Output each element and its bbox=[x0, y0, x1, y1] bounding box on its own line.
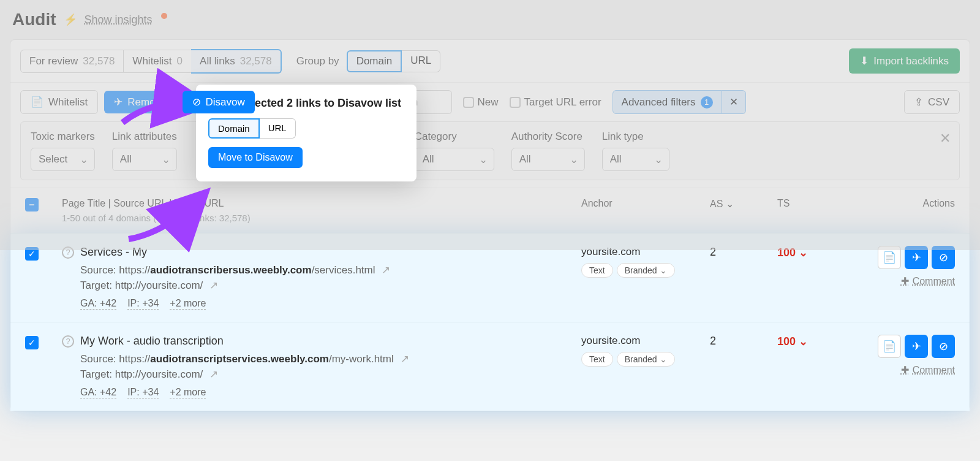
disavow-icon: ⊘ bbox=[192, 96, 201, 109]
whitelist-icon-button[interactable]: 📄 bbox=[878, 335, 901, 358]
group-by-url[interactable]: URL bbox=[402, 50, 440, 72]
seg-domain[interactable]: Domain bbox=[208, 118, 260, 139]
tab-all-links[interactable]: All links 32,578 bbox=[191, 49, 282, 74]
pill-text[interactable]: Text bbox=[581, 263, 613, 278]
row-meta: GA: +42 IP: +34 +2 more bbox=[80, 298, 581, 310]
main-panel: For review 32,578 Whitelist 0 All links … bbox=[10, 39, 970, 411]
tab-whitelist[interactable]: Whitelist 0 bbox=[124, 50, 192, 73]
meta-ga[interactable]: GA: +42 bbox=[80, 298, 116, 310]
btn-label: Whitelist bbox=[48, 96, 88, 109]
show-insights-link[interactable]: Show insights bbox=[85, 13, 153, 26]
anchor-domain[interactable]: yoursite.com bbox=[581, 335, 710, 347]
external-link-icon[interactable]: ↗ bbox=[209, 280, 218, 291]
anchor-domain[interactable]: yoursite.com bbox=[581, 246, 710, 258]
pill-branded[interactable]: Branded bbox=[617, 263, 675, 278]
help-icon[interactable]: ? bbox=[62, 335, 74, 348]
filter-label: Link type bbox=[602, 131, 669, 143]
import-backlinks-button[interactable]: ⬇ Import backlinks bbox=[849, 48, 960, 74]
popover-segmented: Domain URL bbox=[208, 118, 404, 139]
row-title[interactable]: My Work - audio transcription bbox=[80, 335, 224, 348]
advanced-filters-button[interactable]: Advanced filters 1 bbox=[612, 90, 722, 114]
row-checkbox[interactable]: ✓ bbox=[25, 247, 39, 261]
select-all-checkbox[interactable]: – bbox=[25, 198, 39, 211]
bolt-icon: ⚡ bbox=[64, 13, 77, 26]
comment-link[interactable]: ✚ Comment bbox=[901, 275, 955, 287]
remove-icon-button[interactable]: ✈ bbox=[905, 246, 928, 269]
col-sublabel: 1-50 out of 4 domains (total backlinks: … bbox=[62, 213, 581, 223]
tab-for-review[interactable]: For review 32,578 bbox=[20, 50, 124, 73]
meta-ga[interactable]: GA: +42 bbox=[80, 387, 116, 398]
row-as: 2 bbox=[710, 335, 777, 398]
comment-link[interactable]: ✚ Comment bbox=[901, 364, 955, 376]
external-link-icon[interactable]: ↗ bbox=[382, 264, 390, 276]
page-title: Audit bbox=[12, 10, 56, 29]
tab-count: 32,578 bbox=[83, 55, 115, 67]
tab-row: For review 32,578 Whitelist 0 All links … bbox=[10, 40, 970, 83]
filter-select[interactable]: All bbox=[511, 148, 585, 171]
table-header: – Page Title | Source URL | Target URL 1… bbox=[10, 188, 970, 233]
whitelist-icon-button[interactable]: 📄 bbox=[878, 246, 901, 269]
row-target[interactable]: Target: http://yoursite.com/ ↗ bbox=[80, 279, 581, 292]
filter-label: Toxic markers bbox=[31, 131, 95, 143]
remove-icon-button[interactable]: ✈ bbox=[905, 335, 928, 358]
col-ts: TS bbox=[777, 198, 863, 209]
table-row: ✓ ? My Work - audio transcription Source… bbox=[10, 322, 970, 411]
help-icon[interactable]: ? bbox=[62, 246, 74, 259]
external-link-icon[interactable]: ↗ bbox=[209, 368, 218, 380]
advanced-filters-clear[interactable]: ✕ bbox=[722, 90, 746, 114]
col-anchor: Anchor bbox=[581, 198, 710, 209]
filter-bar: Toxic markers Select Link attributes All… bbox=[20, 121, 960, 180]
col-actions: Actions bbox=[863, 198, 955, 209]
btn-label: Advanced filters bbox=[622, 96, 696, 109]
tab-count: 0 bbox=[177, 55, 183, 67]
row-source[interactable]: Source: https://audiotranscriptservices.… bbox=[80, 352, 581, 365]
pill-branded[interactable]: Branded bbox=[617, 352, 675, 367]
row-ts[interactable]: 100 bbox=[777, 335, 863, 398]
group-by-domain[interactable]: Domain bbox=[347, 50, 402, 72]
filter-select[interactable]: Select bbox=[31, 148, 95, 171]
btn-label: Remove bbox=[127, 96, 166, 109]
filter-authority-score: Authority Score All bbox=[511, 131, 585, 171]
whitelist-button[interactable]: 📄 Whitelist bbox=[20, 90, 98, 114]
remove-button[interactable]: ✈ Remove bbox=[104, 91, 176, 113]
row-source[interactable]: Source: https://audiotranscribersus.weeb… bbox=[80, 264, 581, 276]
filter-link-type: Link type All bbox=[602, 131, 669, 171]
checkbox-label: New bbox=[478, 96, 499, 109]
close-filter-bar[interactable]: ✕ bbox=[940, 131, 951, 147]
filter-label: Category bbox=[415, 131, 494, 143]
filter-category: Category All bbox=[415, 131, 494, 171]
checkbox-icon bbox=[510, 97, 521, 108]
page-header: Audit ⚡ Show insights bbox=[0, 0, 980, 34]
disavow-icon-button[interactable]: ⊘ bbox=[932, 335, 955, 358]
row-title[interactable]: Services - My bbox=[80, 246, 147, 259]
export-csv-button[interactable]: ⇪ CSV bbox=[904, 90, 960, 114]
disavow-icon-button[interactable]: ⊘ bbox=[932, 246, 955, 269]
meta-ip[interactable]: IP: +34 bbox=[127, 298, 159, 310]
new-checkbox[interactable]: New bbox=[463, 96, 499, 109]
meta-more[interactable]: +2 more bbox=[170, 387, 206, 398]
chevron-down-icon: ⌄ bbox=[726, 199, 734, 209]
row-target[interactable]: Target: http://yoursite.com/ ↗ bbox=[80, 368, 581, 381]
btn-label: CSV bbox=[928, 96, 949, 109]
row-checkbox[interactable]: ✓ bbox=[25, 336, 39, 349]
row-as: 2 bbox=[710, 246, 777, 310]
col-as[interactable]: AS ⌄ bbox=[710, 198, 777, 210]
col-label: Page Title | Source URL | Target URL bbox=[62, 198, 581, 209]
filter-select[interactable]: All bbox=[602, 148, 669, 171]
notification-dot-icon bbox=[161, 13, 167, 19]
filter-select[interactable]: All bbox=[415, 148, 494, 171]
pill-text[interactable]: Text bbox=[581, 352, 613, 367]
row-ts[interactable]: 100 bbox=[777, 246, 863, 310]
send-icon: ✈ bbox=[114, 96, 123, 109]
row-meta: GA: +42 IP: +34 +2 more bbox=[80, 387, 581, 398]
move-to-disavow-button[interactable]: Move to Disavow bbox=[208, 147, 303, 168]
tab-label: For review bbox=[29, 55, 78, 67]
seg-url[interactable]: URL bbox=[260, 118, 296, 139]
filter-select[interactable]: All bbox=[112, 148, 177, 171]
meta-more[interactable]: +2 more bbox=[170, 298, 206, 310]
target-url-error-checkbox[interactable]: Target URL error bbox=[510, 96, 601, 109]
table-row: ✓ ? Services - My Source: https://audiot… bbox=[10, 233, 970, 322]
external-link-icon[interactable]: ↗ bbox=[401, 353, 409, 365]
meta-ip[interactable]: IP: +34 bbox=[127, 387, 159, 398]
disavow-button[interactable]: ⊘ Disavow bbox=[183, 91, 255, 113]
